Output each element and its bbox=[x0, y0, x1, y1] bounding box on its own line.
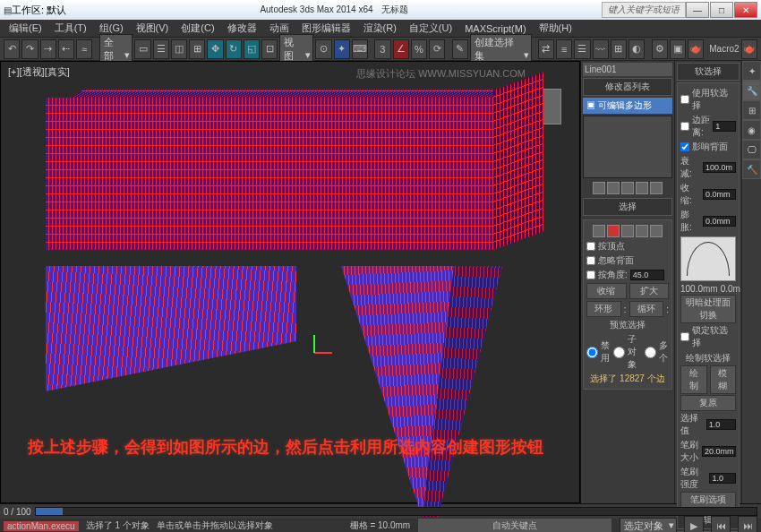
motion-tab[interactable]: ◉ bbox=[742, 120, 761, 140]
ref-coord-dropdown[interactable]: 视图 bbox=[279, 34, 313, 64]
goto-end-button[interactable]: ⏭ bbox=[738, 516, 757, 532]
workspace-label[interactable]: 工作区: 默认 bbox=[12, 4, 66, 17]
named-selection-dropdown[interactable]: 创建选择集 bbox=[470, 34, 532, 64]
preview-multi-radio[interactable] bbox=[645, 347, 656, 358]
selection-rollout-header[interactable]: 选择 bbox=[583, 198, 672, 216]
menu-customize[interactable]: 自定义(U) bbox=[404, 20, 457, 37]
maximize-button[interactable]: □ bbox=[710, 2, 733, 18]
border-subobj-icon[interactable] bbox=[621, 225, 634, 237]
falloff-spinner[interactable]: 100.0m bbox=[703, 162, 736, 173]
pin-stack-icon[interactable] bbox=[593, 182, 605, 194]
create-tab[interactable]: ✦ bbox=[742, 61, 761, 81]
goto-start-button[interactable]: ⏮ bbox=[711, 516, 731, 532]
ring-button[interactable]: 环形 bbox=[586, 301, 621, 317]
shrink-button[interactable]: 收缩 bbox=[586, 283, 627, 299]
menu-tools[interactable]: 工具(T) bbox=[49, 20, 92, 37]
maxscript-listener[interactable]: actionMan.execu bbox=[4, 521, 79, 531]
move-button[interactable]: ✥ bbox=[207, 39, 223, 59]
keyboard-shortcut-button[interactable]: ⌨ bbox=[352, 39, 368, 59]
minimize-button[interactable]: — bbox=[686, 2, 709, 18]
select-name-button[interactable]: ☰ bbox=[153, 39, 169, 59]
render-button[interactable]: 🫖 bbox=[688, 39, 704, 59]
percent-snap-button[interactable]: % bbox=[411, 39, 427, 59]
affect-backfacing-checkbox[interactable] bbox=[680, 142, 689, 151]
pivot-button[interactable]: ⊙ bbox=[315, 39, 331, 59]
link-button[interactable]: ⇢ bbox=[40, 39, 56, 59]
key-filter-dropdown[interactable]: 选定对象 bbox=[620, 518, 677, 533]
close-button[interactable]: ✕ bbox=[734, 2, 757, 18]
selection-filter[interactable]: 全部 bbox=[99, 34, 133, 64]
model-mesh[interactable] bbox=[46, 89, 543, 277]
vertex-subobj-icon[interactable] bbox=[593, 225, 605, 237]
menu-modifiers[interactable]: 修改器 bbox=[222, 20, 262, 37]
render-frame-button[interactable]: ▣ bbox=[670, 39, 686, 59]
display-tab[interactable]: 🖵 bbox=[742, 140, 761, 159]
mesh-curtain[interactable] bbox=[46, 266, 296, 391]
layer-button[interactable]: ☰ bbox=[574, 39, 590, 59]
viewport[interactable]: [+][透视][真实] 按上述步骤，会得到如图所示的边，然后点击利用所选内容创建… bbox=[0, 61, 580, 503]
utilities-tab[interactable]: 🔨 bbox=[742, 159, 761, 179]
by-vertex-checkbox[interactable] bbox=[586, 242, 595, 251]
select-region-button[interactable]: ◫ bbox=[171, 39, 187, 59]
loop-button[interactable]: 循环 bbox=[629, 301, 664, 317]
shaded-face-button[interactable]: 明暗处理面切换 bbox=[680, 295, 736, 323]
object-name-field[interactable]: Line001 bbox=[583, 63, 672, 76]
configure-icon[interactable] bbox=[650, 182, 663, 194]
modifier-list-header[interactable]: 修改器列表 bbox=[583, 78, 672, 96]
by-angle-checkbox[interactable] bbox=[586, 270, 595, 279]
window-crossing-button[interactable]: ⊞ bbox=[189, 39, 205, 59]
paint-button[interactable]: 绘制 bbox=[680, 365, 707, 394]
modify-tab[interactable]: 🔧 bbox=[742, 81, 761, 100]
use-soft-checkbox[interactable] bbox=[680, 95, 689, 104]
poly-subobj-icon[interactable] bbox=[636, 225, 648, 237]
preview-sub-radio[interactable] bbox=[613, 347, 625, 358]
redo-button[interactable]: ↷ bbox=[21, 39, 38, 59]
curve-editor-button[interactable]: 〰 bbox=[593, 39, 609, 59]
menu-edit[interactable]: 编辑(E) bbox=[4, 20, 47, 37]
unlink-button[interactable]: ⇠ bbox=[58, 39, 74, 59]
schematic-button[interactable]: ⊞ bbox=[611, 39, 627, 59]
select-button[interactable]: ▭ bbox=[134, 39, 150, 59]
menu-help[interactable]: 帮助(H) bbox=[534, 20, 577, 37]
menu-create[interactable]: 创建(C) bbox=[175, 20, 219, 37]
hierarchy-tab[interactable]: ⊞ bbox=[742, 100, 761, 120]
snap-button[interactable]: 3 bbox=[374, 39, 390, 59]
modifier-item[interactable]: ▣ 可编辑多边形 bbox=[583, 98, 672, 114]
angle-snap-button[interactable]: ∠ bbox=[393, 39, 409, 59]
ignore-backfacing-checkbox[interactable] bbox=[586, 256, 595, 265]
revert-button[interactable]: 复原 bbox=[680, 395, 736, 411]
align-button[interactable]: ≡ bbox=[556, 39, 572, 59]
edge-distance-checkbox[interactable] bbox=[680, 122, 689, 131]
teapot-icon[interactable]: 🫖 bbox=[741, 39, 757, 59]
search-hint[interactable]: 键入关键字或短语 bbox=[602, 2, 686, 18]
modifier-stack[interactable] bbox=[583, 116, 672, 178]
viewport-label[interactable]: [+][透视][真实] bbox=[8, 65, 70, 79]
menu-view[interactable]: 视图(V) bbox=[131, 20, 175, 37]
play-button[interactable]: ▶ bbox=[684, 516, 704, 532]
preview-off-radio[interactable] bbox=[586, 347, 598, 358]
transform-gizmo[interactable] bbox=[314, 339, 341, 366]
ref-coord-button[interactable]: ⊡ bbox=[261, 39, 278, 59]
autokey-button[interactable]: 自动关键点 bbox=[417, 518, 612, 532]
lock-soft-checkbox[interactable] bbox=[680, 332, 689, 341]
pinch-spinner[interactable]: 0.0mm bbox=[703, 189, 736, 200]
undo-button[interactable]: ↶ bbox=[4, 39, 20, 59]
mirror-button[interactable]: ⇄ bbox=[538, 39, 554, 59]
remove-mod-icon[interactable] bbox=[636, 182, 648, 194]
brush-options-button[interactable]: 笔刷选项 bbox=[680, 492, 736, 508]
soft-selection-header[interactable]: 软选择 bbox=[677, 63, 740, 81]
spinner-snap-button[interactable]: ⟳ bbox=[429, 39, 445, 59]
blur-button[interactable]: 模糊 bbox=[710, 365, 737, 394]
select-manipulate-button[interactable]: ✦ bbox=[334, 39, 350, 59]
element-subobj-icon[interactable] bbox=[650, 225, 663, 237]
bubble-spinner[interactable]: 0.0mm bbox=[703, 216, 736, 227]
edge-subobj-icon[interactable] bbox=[607, 225, 620, 237]
grow-button[interactable]: 扩大 bbox=[629, 283, 670, 299]
render-setup-button[interactable]: ⚙ bbox=[652, 39, 668, 59]
bind-button[interactable]: ≈ bbox=[76, 39, 92, 59]
mesh-spike[interactable] bbox=[341, 266, 502, 517]
time-slider[interactable] bbox=[35, 507, 757, 516]
rotate-button[interactable]: ↻ bbox=[226, 39, 242, 59]
material-button[interactable]: ◐ bbox=[628, 39, 645, 59]
show-result-icon[interactable] bbox=[607, 182, 620, 194]
